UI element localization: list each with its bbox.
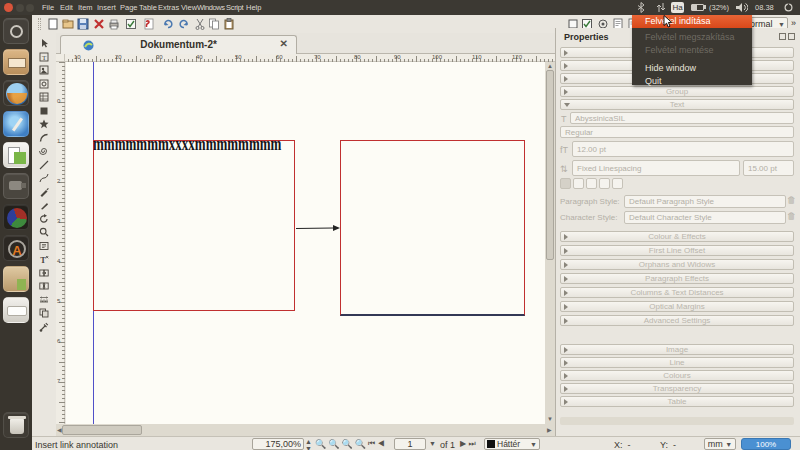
svg-text:T: T [42, 54, 47, 62]
svg-text:T: T [40, 255, 46, 265]
